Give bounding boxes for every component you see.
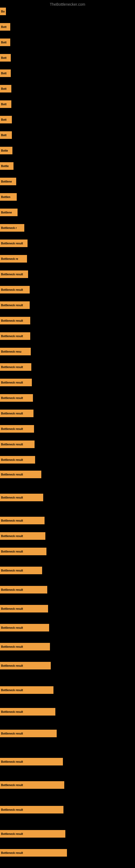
bar: Bottlen <box>0 193 17 201</box>
bar-row: Bott <box>0 69 11 77</box>
bar: Bottleneck result <box>0 548 46 555</box>
bar-row: Bottleneck result <box>0 781 64 789</box>
bar-label: Bott <box>1 134 6 137</box>
bar-row: Bottleneck re <box>0 255 27 262</box>
bar: Bottleneck result <box>0 781 64 789</box>
bar-row: Bottleneck result <box>0 567 42 574</box>
bar-label: Bottleneck resu <box>1 350 21 353</box>
bar-row: Bottleneck result <box>0 363 31 371</box>
bar-row: Bott <box>0 85 11 93</box>
bar: Bottleneck result <box>0 456 35 464</box>
bar-row: Bottleneck r <box>0 224 24 231</box>
bar-label: Botte <box>1 149 8 152</box>
bar: Bottleneck result <box>0 532 45 540</box>
bar: Bottleneck result <box>0 686 53 694</box>
bar-label: Bott <box>1 72 6 75</box>
bar: Bottleneck result <box>0 410 34 417</box>
bar-row: Bottleneck result <box>0 624 49 631</box>
bar-row: Bottleneck result <box>0 240 28 247</box>
bar-label: Bottleneck result <box>1 304 23 307</box>
site-title: TheBottlenecker.com <box>0 0 135 8</box>
bar-row: Bottleneck result <box>0 456 35 464</box>
bar: Bottleneck result <box>0 317 30 324</box>
bar-row: Bottleneck result <box>0 494 43 501</box>
bar: Bottleneck result <box>0 425 34 433</box>
bar: Bottleneck r <box>0 224 24 231</box>
bar-label: Bottleneck result <box>1 569 23 572</box>
bar-label: Bottleneck result <box>1 645 23 648</box>
bar-label: Bott <box>1 87 6 90</box>
bar: Bottlene <box>0 209 17 216</box>
bar-label: Bottleneck result <box>1 458 23 461</box>
bar: Bott <box>0 100 11 108</box>
bar-row: Bottleneck result <box>0 517 45 524</box>
bar: Bottleneck result <box>0 806 63 813</box>
bar: Bottleneck result <box>0 586 47 593</box>
bar-label: Bottleneck result <box>1 366 23 369</box>
bar-label: Bottleneck result <box>1 397 23 400</box>
bar-label: Bottleneck result <box>1 428 23 431</box>
bar: Bo <box>0 8 6 15</box>
bar-row: Bott <box>0 100 11 108</box>
bar: Bottleneck result <box>0 379 32 386</box>
bar-label: Bott <box>1 41 6 44</box>
bar-label: Bottlene <box>1 211 12 214</box>
bar: Bottleneck result <box>0 830 65 838</box>
bar: Bottleneck result <box>0 286 30 293</box>
bar-label: Bott <box>1 103 6 106</box>
bar-label: Bott <box>1 26 6 29</box>
bar: Bottleneck result <box>0 440 35 448</box>
bar-row: Bottleneck result <box>0 605 48 613</box>
bar-label: Bottle <box>1 165 9 167</box>
bar: Bottleneck result <box>0 494 43 501</box>
bar-row: Bottleneck result <box>0 394 33 402</box>
bar-label: Bottleneck result <box>1 664 23 667</box>
bar: Bottleneck result <box>0 567 42 574</box>
bar-row: Bottlene <box>0 178 16 185</box>
bar: Bott <box>0 85 11 93</box>
bar: Bottleneck result <box>0 517 45 524</box>
bar: Bottleneck resu <box>0 348 31 355</box>
bar-row: Bottleneck result <box>0 849 67 857</box>
bar-label: Bottleneck result <box>1 412 23 415</box>
bar: Bottleneck result <box>0 624 49 631</box>
bar-label: Bottleneck result <box>1 550 23 553</box>
bar-label: Bottleneck result <box>1 760 23 763</box>
bar-row: Bottlen <box>0 193 17 201</box>
bar-label: Bottleneck re <box>1 257 18 260</box>
bar-row: Bottleneck result <box>0 830 65 838</box>
bar-row: Bottleneck result <box>0 471 41 478</box>
bar-row: Bottleneck result <box>0 758 63 766</box>
bar-label: Bottleneck result <box>1 335 23 338</box>
bar-row: Bottleneck result <box>0 586 47 593</box>
bar-row: Botte <box>0 147 12 154</box>
bar-label: Bottleneck result <box>1 710 23 713</box>
bar-label: Bottleneck result <box>1 273 23 276</box>
bar-row: Bottleneck result <box>0 532 45 540</box>
bar-row: Bottleneck result <box>0 643 50 650</box>
bar-label: Bo <box>1 10 5 13</box>
bar-label: Bott <box>1 118 6 121</box>
bar-row: Bottleneck result <box>0 662 51 670</box>
bar: Bottlene <box>0 178 16 185</box>
bar-label: Bottleneck result <box>1 496 23 499</box>
bar-label: Bottlene <box>1 180 12 183</box>
bar-row: Bottleneck result <box>0 317 30 324</box>
bar-row: Bottleneck result <box>0 548 46 555</box>
bar-row: Bott <box>0 131 12 139</box>
bar: Bottleneck result <box>0 758 63 766</box>
bar-label: Bottleneck r <box>1 226 17 229</box>
bar-row: Bott <box>0 23 10 31</box>
bar: Bottleneck result <box>0 605 48 613</box>
bar-row: Bo <box>0 8 6 15</box>
bar: Bott <box>0 38 10 46</box>
bar-row: Bott <box>0 116 12 123</box>
bar-row: Bottleneck result <box>0 440 35 448</box>
bar-label: Bottleneck result <box>1 689 23 692</box>
bar: Botte <box>0 147 12 154</box>
bar: Bottleneck result <box>0 240 28 247</box>
bar-row: Bottleneck result <box>0 271 28 278</box>
bar-label: Bottleneck result <box>1 732 23 735</box>
bar-label: Bottleneck result <box>1 851 23 855</box>
bar: Bottleneck re <box>0 255 27 262</box>
